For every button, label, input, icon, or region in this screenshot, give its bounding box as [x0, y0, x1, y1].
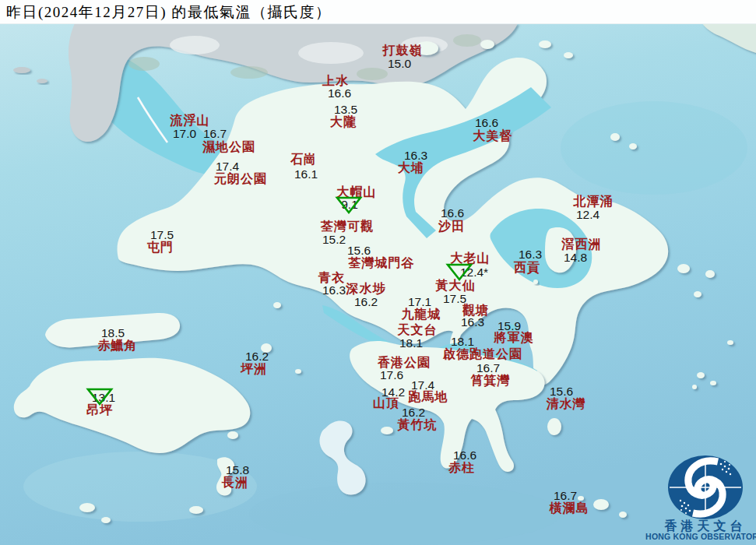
station-value: 15.6 [347, 244, 371, 257]
page-title: 昨日(2024年12月27日) 的最低氣溫（攝氏度） [6, 2, 331, 23]
station-label: 香港公園 [378, 357, 431, 369]
station-value: 17.6 [380, 369, 403, 382]
station-label: 屯門 [147, 241, 174, 254]
station-value: 16.7 [476, 362, 500, 374]
station-label: 跑馬地 [409, 391, 448, 403]
station-value: 16.3 [519, 248, 542, 261]
station-value: 16.6 [453, 449, 476, 462]
station-value: 16.7 [554, 490, 577, 502]
station-value: 16.2 [354, 296, 378, 308]
station-label: 昂坪 [86, 404, 113, 417]
station-label: 黃大仙 [436, 280, 476, 292]
station-label: 大老山 [451, 252, 491, 265]
station-value: 15.2 [322, 234, 346, 246]
stations-layer: 15.0打鼓嶺16.6上水13.5大隴17.0流浮山16.7濕地公園17.4元朗… [0, 0, 756, 545]
station-value: 16.1 [294, 168, 318, 181]
logo-name-zh: 香港天文台 [665, 520, 747, 533]
station-value: 16.3 [404, 149, 427, 162]
station-value: 16.6 [441, 207, 464, 220]
station-label: 濕地公園 [202, 141, 255, 153]
station-value: 13.5 [334, 104, 357, 116]
station-label: 啟德跑道公園 [443, 348, 522, 360]
logo-name-en: HONG KONG OBSERVATORY [645, 533, 756, 541]
station-value: 18.1 [451, 336, 474, 348]
station-label: 筲箕灣 [471, 374, 511, 387]
station-label: 天文台 [398, 324, 438, 336]
station-label: 赤鱲角 [98, 339, 138, 352]
station-label: 荃灣城門谷 [349, 257, 415, 269]
station-value: 15.0 [388, 58, 411, 70]
station-label: 大美督 [473, 130, 513, 142]
station-label: 山頂 [373, 397, 399, 410]
station-value: 9.1 [341, 199, 358, 211]
station-label: 大隴 [330, 116, 357, 128]
station-label: 上水 [322, 75, 349, 87]
station-label: 流浮山 [171, 114, 210, 127]
station-value: 12.4 [576, 209, 600, 221]
station-label: 長洲 [222, 476, 248, 489]
station-value: 16.2 [245, 350, 269, 363]
station-value: 13.1 [92, 392, 115, 404]
station-value: 17.5 [150, 229, 174, 241]
station-label: 西貢 [514, 262, 540, 274]
station-label: 大帽山 [337, 186, 377, 199]
station-label: 觀塘 [462, 304, 489, 317]
station-value: 16.7 [203, 128, 227, 140]
station-label: 石崗 [290, 153, 317, 166]
station-label: 元朗公園 [214, 173, 267, 185]
title-bar: 昨日(2024年12月27日) 的最低氣溫（攝氏度） [0, 0, 756, 24]
station-value: 16.3 [322, 284, 346, 297]
station-label: 大埔 [398, 162, 424, 174]
station-value: 18.1 [399, 337, 423, 350]
station-value: 17.1 [408, 296, 431, 308]
station-label: 赤柱 [448, 462, 475, 474]
station-label: 清水灣 [547, 398, 586, 410]
station-label: 九龍城 [402, 308, 441, 321]
station-label: 坪洲 [241, 363, 267, 375]
station-value: 15.8 [226, 464, 249, 476]
station-value: 16.3 [461, 316, 484, 329]
station-value: 18.5 [101, 327, 125, 339]
station-value: 16.6 [475, 117, 498, 129]
station-label: 黃竹坑 [398, 419, 438, 431]
station-label: 將軍澳 [494, 332, 534, 344]
station-value: 14.8 [564, 251, 587, 264]
station-label: 荃灣可觀 [321, 220, 374, 233]
station-label: 打鼓嶺 [383, 44, 423, 57]
station-value: 15.6 [550, 385, 573, 398]
station-label: 北潭涌 [574, 195, 614, 208]
station-value: 17.4 [216, 160, 239, 173]
station-value: 16.6 [328, 87, 351, 100]
station-value: 17.0 [173, 128, 196, 140]
station-label: 青衣 [318, 272, 345, 284]
station-value: 12.4* [460, 266, 488, 279]
station-label: 滘西洲 [562, 238, 602, 251]
station-label: 橫瀾島 [550, 502, 589, 515]
station-label: 深水埗 [346, 283, 386, 295]
station-label: 沙田 [438, 220, 465, 233]
station-value: 16.2 [402, 406, 425, 419]
